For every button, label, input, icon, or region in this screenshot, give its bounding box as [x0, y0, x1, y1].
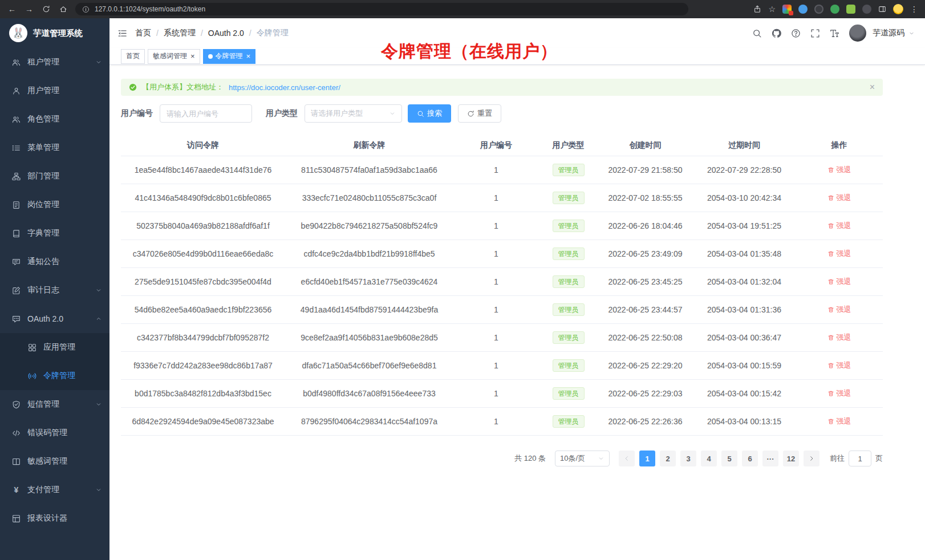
table-row: 275e5de9151045fe87cbdc395e004f4de6cfd40e…: [121, 268, 883, 296]
next-page-button[interactable]: [804, 451, 819, 466]
breadcrumb-item[interactable]: 首页: [135, 28, 151, 38]
sidebar-item-post[interactable]: 岗位管理: [0, 190, 109, 219]
refresh-token-cell: 811c530487574fa0af1a59d3abc1aa66: [285, 156, 453, 184]
page-size-select[interactable]: 10条/页: [555, 451, 610, 466]
sidebar-item-pay[interactable]: ¥支付管理: [0, 476, 109, 504]
forward-icon[interactable]: →: [24, 5, 34, 14]
help-icon[interactable]: [791, 29, 801, 38]
breadcrumb-item[interactable]: OAuth 2.0: [208, 29, 244, 38]
sidebar-item-tenant[interactable]: 租户管理: [0, 48, 109, 76]
bubble-icon: [11, 258, 21, 266]
browser-profile-avatar[interactable]: [893, 4, 903, 14]
pagination-ellipsis[interactable]: ···: [762, 451, 778, 466]
trash-icon: [827, 194, 834, 201]
home-icon[interactable]: [58, 5, 68, 13]
sidebar-item-sms[interactable]: 短信管理: [0, 390, 109, 419]
breadcrumb-separator: /: [156, 29, 159, 38]
create-time-cell: 2022-07-29 21:58:50: [598, 156, 693, 184]
expire-time-cell: 2022-07-29 22:28:50: [693, 156, 796, 184]
force-logout-button[interactable]: 强退: [827, 360, 851, 371]
page-button-5[interactable]: 5: [721, 451, 737, 466]
page-button-6[interactable]: 6: [742, 451, 758, 466]
force-logout-button[interactable]: 强退: [827, 305, 851, 315]
force-logout-button[interactable]: 强退: [827, 388, 851, 399]
sidebar-item-user[interactable]: 用户管理: [0, 76, 109, 105]
trash-icon: [827, 167, 834, 173]
extension-icon[interactable]: [798, 5, 808, 14]
action-cell: 强退: [796, 408, 883, 435]
search-button[interactable]: 搜索: [408, 104, 451, 123]
extension-icon[interactable]: [814, 5, 823, 14]
sidebar-item-role[interactable]: 角色管理: [0, 105, 109, 133]
sidebar-item-oauth2[interactable]: OAuth 2.0: [0, 305, 109, 333]
menu-label: 字典管理: [27, 228, 59, 238]
extension-icon[interactable]: [862, 5, 871, 14]
user-type-select[interactable]: 请选择用户类型: [305, 104, 402, 123]
tab-home[interactable]: 首页: [121, 49, 145, 64]
force-logout-button[interactable]: 强退: [827, 193, 851, 203]
sidebar-item-oauth2-token[interactable]: 令牌管理: [0, 362, 109, 390]
search-icon[interactable]: [752, 29, 762, 38]
force-logout-button[interactable]: 强退: [827, 165, 851, 175]
create-time-cell: 2022-07-02 18:55:55: [598, 184, 693, 212]
sidebar-item-notice[interactable]: 通知公告: [0, 247, 109, 276]
goto-page-input[interactable]: [849, 451, 871, 466]
force-logout-button[interactable]: 强退: [827, 249, 851, 259]
sidebar-item-audit-log[interactable]: 审计日志: [0, 276, 109, 305]
back-icon[interactable]: ←: [7, 5, 17, 14]
sidebar-item-menu[interactable]: 菜单管理: [0, 133, 109, 162]
user-avatar[interactable]: [849, 25, 866, 42]
close-icon[interactable]: ×: [246, 52, 251, 60]
sidebar-item-report-designer[interactable]: 报表设计器: [0, 504, 109, 533]
page-button-4[interactable]: 4: [701, 451, 717, 466]
reset-button[interactable]: 重置: [458, 104, 501, 123]
side-panel-icon[interactable]: [878, 5, 886, 13]
font-size-icon[interactable]: [830, 29, 839, 38]
force-logout-button[interactable]: 强退: [827, 221, 851, 231]
sidebar-item-dept[interactable]: 部门管理: [0, 162, 109, 190]
page-button-12[interactable]: 12: [783, 451, 799, 466]
sidebar-item-oauth2-app[interactable]: 应用管理: [0, 333, 109, 362]
page-button-1[interactable]: 1: [639, 451, 655, 466]
access-token-cell: 502375b8040a469a9b82188afdf6af1f: [121, 212, 285, 240]
extension-icon[interactable]: [782, 5, 792, 14]
table-row: 6d842e2924594de9a09e45e087323abe8796295f…: [121, 408, 883, 436]
fullscreen-icon[interactable]: [810, 29, 820, 38]
github-icon[interactable]: [772, 29, 781, 38]
tab-sensitive-word[interactable]: 敏感词管理×: [148, 49, 200, 64]
menu-label: 部门管理: [27, 171, 59, 181]
user-type-badge: 管理员: [553, 331, 585, 344]
close-icon[interactable]: ×: [870, 83, 875, 92]
browser-actions: ☆ ⋮: [753, 4, 918, 14]
sidebar-item-sensitive-word[interactable]: 敏感词管理: [0, 447, 109, 476]
create-time-cell: 2022-06-25 22:29:03: [598, 380, 693, 407]
close-icon[interactable]: ×: [190, 52, 195, 60]
force-logout-button[interactable]: 强退: [827, 416, 851, 427]
doc-link[interactable]: https://doc.iocoder.cn/user-center/: [229, 83, 340, 92]
create-time-cell: 2022-06-25 22:50:08: [598, 324, 693, 351]
share-icon[interactable]: [753, 5, 761, 13]
sidebar-item-error-code[interactable]: 错误码管理: [0, 419, 109, 447]
prev-page-button[interactable]: [619, 451, 635, 466]
sidebar-collapse-icon[interactable]: [117, 29, 127, 38]
alert-text: 【用户体系】文档地址：: [142, 82, 224, 92]
url-bar[interactable]: 127.0.0.1:1024/system/oauth2/token: [75, 3, 688, 15]
bookmark-star-icon[interactable]: ☆: [768, 5, 776, 14]
browser-menu-icon[interactable]: ⋮: [910, 5, 918, 14]
page-button-2[interactable]: 2: [660, 451, 676, 466]
reload-icon[interactable]: [41, 5, 51, 13]
site-info-icon[interactable]: [82, 6, 90, 13]
page-button-3[interactable]: 3: [680, 451, 696, 466]
extension-icon[interactable]: [846, 5, 855, 14]
force-logout-button[interactable]: 强退: [827, 332, 851, 343]
action-cell: 强退: [796, 296, 883, 323]
force-logout-label: 强退: [837, 165, 851, 175]
force-logout-button[interactable]: 强退: [827, 277, 851, 287]
user-name[interactable]: 芋道源码: [873, 28, 904, 38]
user-type-cell: 管理员: [539, 352, 598, 379]
tab-token[interactable]: 令牌管理×: [203, 49, 256, 64]
breadcrumb-item[interactable]: 系统管理: [164, 28, 196, 38]
sidebar-item-dict[interactable]: 字典管理: [0, 219, 109, 247]
user-id-input[interactable]: [160, 104, 252, 123]
extension-icon[interactable]: [830, 5, 839, 14]
